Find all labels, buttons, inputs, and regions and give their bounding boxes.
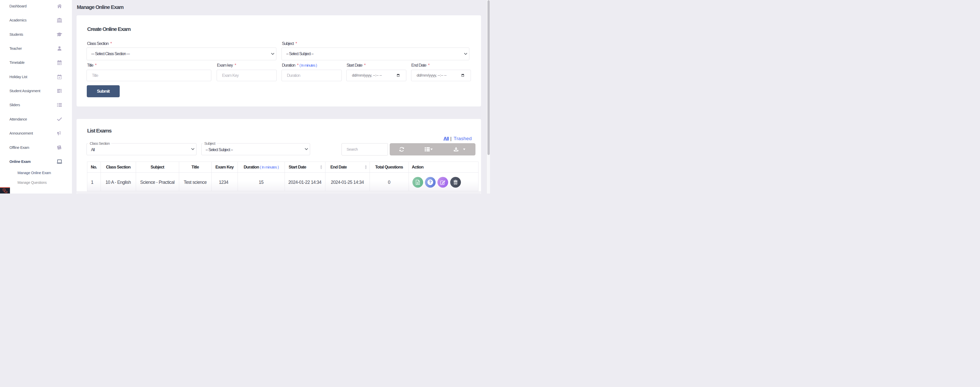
svg-text:?: ? [429,180,431,184]
